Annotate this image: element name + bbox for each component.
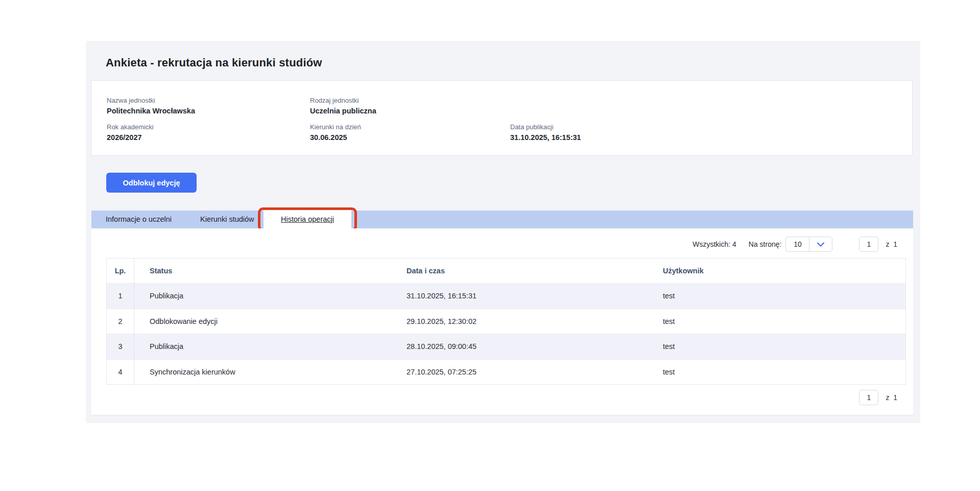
cell-status: Odblokowanie edycji bbox=[134, 317, 391, 325]
pagination-bottom: z 1 bbox=[859, 390, 897, 405]
cell-datetime: 27.10.2025, 07:25:25 bbox=[391, 368, 648, 376]
field-unit-name: Nazwa jednostki Politechnika Wrocławska bbox=[107, 97, 195, 115]
field-value: Politechnika Wrocławska bbox=[107, 107, 195, 115]
table-row: 2 Odblokowanie edycji 29.10.2025, 12:30:… bbox=[107, 309, 905, 334]
field-value: 30.06.2025 bbox=[310, 133, 361, 142]
cell-datetime: 31.10.2025, 16:15:31 bbox=[391, 292, 648, 300]
column-header-status: Status bbox=[134, 267, 391, 275]
tab-bar: Informacje o uczelni Kierunki studiów Hi… bbox=[91, 211, 913, 228]
tab-kierunki-studiow[interactable]: Kierunki studiów bbox=[200, 211, 254, 228]
cell-user: test bbox=[648, 368, 905, 376]
field-unit-type: Rodzaj jednostki Uczelnia publiczna bbox=[310, 97, 376, 115]
cell-lp: 3 bbox=[107, 334, 134, 359]
field-label: Rodzaj jednostki bbox=[310, 97, 376, 104]
field-label: Nazwa jednostki bbox=[107, 97, 195, 104]
page-count-label: z 1 bbox=[886, 393, 897, 402]
per-page-value: 10 bbox=[786, 240, 809, 248]
field-value: 2026/2027 bbox=[107, 133, 154, 142]
field-publication-date: Data publikacji 31.10.2025, 16:15:31 bbox=[510, 123, 581, 142]
cell-datetime: 28.10.2025, 09:00:45 bbox=[391, 342, 648, 350]
survey-panel: Ankieta - rekrutacja na kierunki studiów… bbox=[86, 41, 920, 423]
cell-user: test bbox=[648, 342, 905, 350]
cell-lp: 1 bbox=[107, 284, 134, 309]
table-row: 3 Publikacja 28.10.2025, 09:00:45 test bbox=[107, 334, 905, 359]
cell-user: test bbox=[648, 317, 905, 325]
field-label: Data publikacji bbox=[510, 123, 581, 131]
unit-info-card: Nazwa jednostki Politechnika Wrocławska … bbox=[91, 80, 913, 156]
field-academic-year: Rok akademicki 2026/2027 bbox=[107, 123, 154, 142]
page-title: Ankieta - rekrutacja na kierunki studiów bbox=[106, 56, 322, 69]
cell-status: Publikacja bbox=[134, 342, 391, 350]
table-row: 4 Synchronizacja kierunków 27.10.2025, 0… bbox=[107, 359, 905, 385]
field-label: Kierunki na dzień bbox=[310, 123, 361, 131]
tab-informacje-o-uczelni[interactable]: Informacje o uczelni bbox=[106, 211, 172, 228]
field-programs-as-of: Kierunki na dzień 30.06.2025 bbox=[310, 123, 361, 142]
field-value: 31.10.2025, 16:15:31 bbox=[510, 133, 581, 142]
total-count-label: Wszystkich: 4 bbox=[692, 240, 736, 248]
cell-lp: 4 bbox=[107, 360, 134, 385]
column-header-user: Użytkownik bbox=[648, 267, 905, 275]
pagination-top: Wszystkich: 4 Na stronę: 10 z 1 bbox=[692, 237, 897, 252]
operation-history-table: Lp. Status Data i czas Użytkownik 1 Publ… bbox=[106, 258, 906, 385]
cell-lp: 2 bbox=[107, 309, 134, 334]
column-header-lp: Lp. bbox=[107, 259, 134, 283]
per-page-label: Na stronę: bbox=[749, 240, 782, 248]
cell-status: Publikacja bbox=[134, 292, 391, 300]
cell-user: test bbox=[648, 292, 905, 300]
field-label: Rok akademicki bbox=[107, 123, 154, 131]
page-count-label: z 1 bbox=[886, 240, 897, 248]
page-number-input[interactable] bbox=[859, 237, 878, 252]
tab-historia-operacji[interactable]: Historia operacji bbox=[264, 211, 351, 228]
column-header-datetime: Data i czas bbox=[391, 267, 648, 275]
page-number-input[interactable] bbox=[859, 390, 878, 405]
field-value: Uczelnia publiczna bbox=[310, 107, 376, 115]
table-row: 1 Publikacja 31.10.2025, 16:15:31 test bbox=[107, 283, 905, 309]
table-header-row: Lp. Status Data i czas Użytkownik bbox=[107, 259, 905, 283]
unlock-edit-button[interactable]: Odblokuj edycję bbox=[106, 173, 197, 193]
per-page-select[interactable]: 10 bbox=[785, 237, 832, 252]
chevron-down-icon bbox=[809, 242, 832, 247]
cell-datetime: 29.10.2025, 12:30:02 bbox=[391, 317, 648, 325]
tab-content-history: Wszystkich: 4 Na stronę: 10 z 1 Lp. Stat… bbox=[91, 228, 913, 415]
cell-status: Synchronizacja kierunków bbox=[134, 368, 391, 376]
